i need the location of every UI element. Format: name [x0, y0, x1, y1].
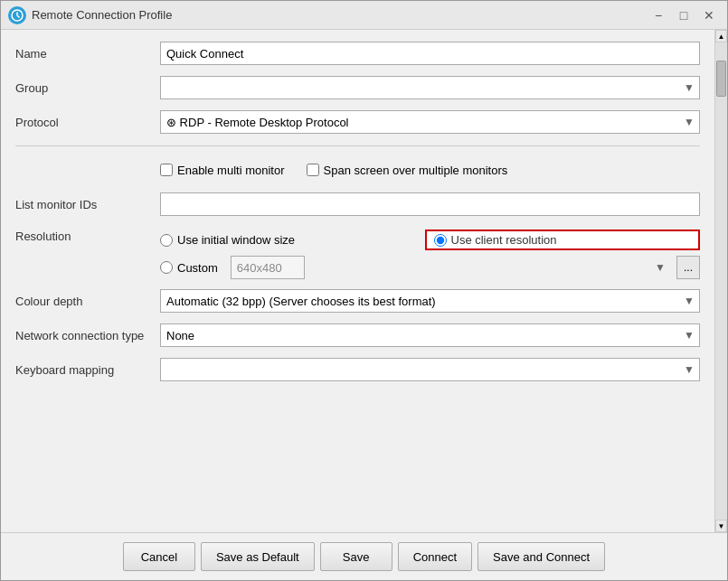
keyboard-row: Keyboard mapping ▼: [15, 357, 700, 382]
custom-label: Custom: [177, 261, 218, 275]
span-screen-label: Span screen over multiple monitors: [324, 164, 508, 177]
save-button[interactable]: Save: [320, 542, 392, 571]
custom-radio[interactable]: [160, 261, 173, 274]
titlebar-controls: − □ ✕: [648, 6, 720, 24]
name-row: Name: [15, 41, 700, 66]
network-control: None ▼: [160, 323, 700, 347]
colour-depth-control: Automatic (32 bpp) (Server chooses its b…: [160, 289, 700, 313]
resolution-row: Resolution Use initial window size Use c…: [15, 226, 700, 279]
name-input[interactable]: [160, 42, 700, 65]
window-title: Remote Connection Profile: [32, 8, 172, 22]
network-select-wrapper: None ▼: [160, 323, 700, 347]
group-label: Group: [15, 81, 160, 95]
content-wrapper: Name Group ▼ Proto: [1, 30, 727, 532]
monitor-checkboxes-row: Enable multi monitor Span screen over mu…: [15, 157, 700, 183]
divider-1: [15, 145, 700, 146]
group-select[interactable]: [160, 76, 700, 99]
group-select-wrapper: ▼: [160, 76, 700, 99]
maximize-button[interactable]: □: [673, 6, 695, 24]
colour-depth-row: Colour depth Automatic (32 bpp) (Server …: [15, 288, 700, 314]
group-row: Group ▼: [15, 75, 700, 100]
resolution-label: Resolution: [15, 230, 160, 243]
resolution-section: Use initial window size Use client resol…: [160, 230, 700, 279]
custom-resolution-select[interactable]: 640x480: [231, 256, 305, 279]
use-initial-window-radio[interactable]: [160, 234, 173, 247]
span-screen-checkbox[interactable]: [307, 164, 319, 176]
protocol-label: Protocol: [15, 116, 160, 129]
keyboard-label: Keyboard mapping: [15, 363, 160, 377]
scrollbar-up-arrow[interactable]: ▲: [715, 30, 727, 42]
list-monitor-label: List monitor IDs: [15, 198, 160, 211]
protocol-control: ⊛ RDP - Remote Desktop Protocol ▼: [160, 110, 700, 134]
name-label: Name: [15, 47, 160, 61]
scrollbar[interactable]: ▲ ▼: [714, 30, 727, 532]
monitor-checkbox-group: Enable multi monitor Span screen over mu…: [160, 164, 700, 177]
enable-multi-monitor-label: Enable multi monitor: [177, 164, 285, 177]
scrollbar-thumb[interactable]: [716, 61, 726, 97]
resolution-options-row: Use initial window size Use client resol…: [160, 230, 700, 250]
list-monitor-control: [160, 192, 700, 216]
protocol-select[interactable]: ⊛ RDP - Remote Desktop Protocol: [160, 110, 700, 134]
empty-space: [15, 391, 700, 521]
list-monitor-row: List monitor IDs: [15, 192, 700, 217]
save-and-connect-button[interactable]: Save and Connect: [477, 542, 605, 571]
footer: Cancel Save as Default Save Connect Save…: [1, 532, 727, 580]
close-button[interactable]: ✕: [698, 6, 720, 24]
scrollbar-track: [715, 42, 727, 520]
use-initial-window-item[interactable]: Use initial window size: [160, 233, 418, 247]
name-control: [160, 42, 700, 65]
use-initial-window-label: Use initial window size: [177, 233, 295, 247]
main-window: Remote Connection Profile − □ ✕ Name Gro…: [0, 0, 728, 581]
custom-radio-item[interactable]: Custom: [160, 261, 218, 275]
enable-multi-monitor-item[interactable]: Enable multi monitor: [160, 164, 285, 177]
colour-depth-select[interactable]: Automatic (32 bpp) (Server chooses its b…: [160, 289, 700, 313]
protocol-row: Protocol ⊛ RDP - Remote Desktop Protocol…: [15, 109, 700, 135]
use-client-resolution-box: Use client resolution: [425, 230, 701, 250]
span-screen-item[interactable]: Span screen over multiple monitors: [307, 164, 508, 177]
keyboard-select[interactable]: [160, 358, 700, 381]
custom-select-wrapper: 640x480 ▼: [231, 256, 671, 279]
network-row: Network connection type None ▼: [15, 323, 700, 348]
keyboard-select-wrapper: ▼: [160, 358, 700, 381]
minimize-button[interactable]: −: [648, 6, 669, 24]
save-as-default-button[interactable]: Save as Default: [201, 542, 315, 571]
network-select[interactable]: None: [160, 323, 700, 347]
list-monitor-input[interactable]: [160, 192, 700, 216]
use-client-resolution-item[interactable]: Use client resolution: [434, 233, 557, 247]
content-area: Name Group ▼ Proto: [1, 30, 714, 532]
protocol-select-wrapper: ⊛ RDP - Remote Desktop Protocol ▼: [160, 110, 700, 134]
titlebar: Remote Connection Profile − □ ✕: [1, 1, 727, 30]
custom-select-arrow: ▼: [655, 261, 666, 274]
titlebar-left: Remote Connection Profile: [8, 6, 172, 24]
colour-depth-select-wrapper: Automatic (32 bpp) (Server chooses its b…: [160, 289, 700, 313]
cancel-button[interactable]: Cancel: [123, 542, 195, 571]
group-control: ▼: [160, 76, 700, 99]
enable-multi-monitor-checkbox[interactable]: [160, 164, 173, 176]
scrollbar-down-arrow[interactable]: ▼: [715, 520, 727, 532]
connect-button[interactable]: Connect: [398, 542, 472, 571]
custom-resolution-row: Custom 640x480 ▼ ...: [160, 256, 700, 279]
app-icon: [8, 6, 26, 24]
custom-resolution-button[interactable]: ...: [676, 256, 700, 279]
use-client-resolution-radio[interactable]: [434, 234, 447, 247]
colour-depth-label: Colour depth: [15, 295, 160, 308]
use-client-resolution-label: Use client resolution: [451, 233, 557, 247]
keyboard-control: ▼: [160, 358, 700, 381]
network-label: Network connection type: [15, 329, 160, 342]
